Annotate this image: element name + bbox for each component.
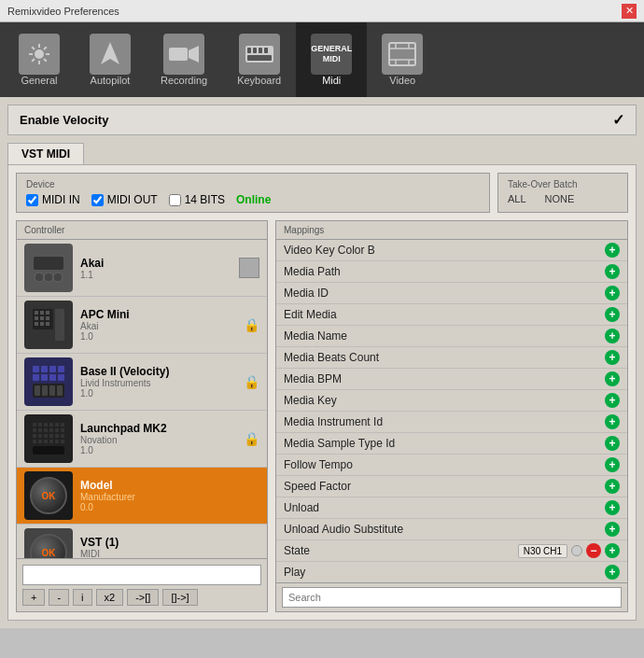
- mapping-name: Media BPM: [284, 372, 605, 385]
- mapping-controls: +: [605, 286, 620, 301]
- mapping-item: Media ID+: [276, 283, 627, 304]
- model-knob: OK: [30, 477, 67, 514]
- bits14-checkbox[interactable]: [169, 194, 181, 206]
- mapping-plus-button[interactable]: +: [605, 371, 620, 386]
- svg-rect-10: [389, 43, 415, 65]
- mapping-plus-button[interactable]: +: [605, 414, 620, 429]
- mapping-item: Unload Audio Substitute+: [276, 519, 627, 540]
- mapping-controls: +: [605, 393, 620, 408]
- mapping-plus-button[interactable]: +: [605, 479, 620, 494]
- mapping-plus-button[interactable]: +: [605, 307, 620, 322]
- mapping-controls: +: [605, 350, 620, 365]
- mapping-item: Speed Factor+: [276, 476, 627, 497]
- import-button[interactable]: []->]: [162, 589, 197, 606]
- controller-item-model[interactable]: OK Model Manufacturer 0.0: [17, 468, 267, 525]
- mapping-controls: +: [605, 414, 620, 429]
- mapping-plus-button[interactable]: +: [605, 286, 620, 301]
- mapping-name: Media ID: [284, 287, 605, 300]
- svg-rect-64: [49, 434, 53, 438]
- toolbar-item-midi[interactable]: GENERALMIDI Midi: [296, 22, 367, 97]
- svg-rect-5: [247, 48, 251, 53]
- svg-rect-61: [33, 434, 36, 438]
- mapping-plus-button[interactable]: +: [605, 350, 620, 365]
- bits14-group: 14 BITS: [169, 193, 225, 206]
- export-button[interactable]: ->[]: [127, 589, 159, 606]
- action-buttons: + - i x2 ->[] []->]: [22, 589, 261, 606]
- controller-item-akai[interactable]: Akai 1.1: [17, 240, 267, 297]
- controller-item-vst1[interactable]: OK VST (1) MIDI 1.2: [17, 525, 267, 558]
- controller-thumb-launchpad: [24, 414, 73, 463]
- toolbar-item-general[interactable]: General: [4, 22, 75, 97]
- midi-in-label: MIDI IN: [42, 193, 80, 206]
- svg-point-0: [35, 49, 44, 59]
- mapping-name: Media Name: [284, 329, 605, 343]
- mapping-item: Video Key Color B+: [276, 240, 627, 261]
- akai-action-box[interactable]: [239, 258, 259, 278]
- controller-thumb-apc: [24, 301, 73, 349]
- takeover-none-button[interactable]: NONE: [545, 193, 575, 204]
- search-bar: [276, 582, 627, 611]
- toolbar-item-autopilot[interactable]: Autopilot: [75, 22, 146, 97]
- svg-marker-3: [189, 46, 199, 63]
- mapping-name: Unload: [284, 501, 605, 514]
- mapping-controls: +: [605, 500, 620, 515]
- svg-rect-67: [33, 440, 36, 443]
- mapping-plus-button[interactable]: +: [605, 243, 620, 258]
- controller-item-apc-mini[interactable]: APC Mini Akai 1.0 🔒: [17, 297, 267, 354]
- device-takeover-row: Device MIDI IN MIDI OUT 14 BITS Online: [16, 173, 628, 213]
- mapping-minus-button[interactable]: −: [586, 543, 601, 558]
- mapping-plus-button[interactable]: +: [605, 329, 620, 343]
- mapping-controls: +: [605, 307, 620, 322]
- mapping-item: StateN30 CH1−+: [276, 540, 627, 562]
- remove-button[interactable]: -: [49, 589, 69, 606]
- mapping-plus-button[interactable]: +: [605, 543, 620, 558]
- midi-in-checkbox[interactable]: [26, 194, 38, 206]
- mapping-item: Play+: [276, 562, 627, 582]
- mapping-plus-button[interactable]: +: [605, 565, 620, 580]
- search-input[interactable]: [282, 587, 622, 608]
- mapping-plus-button[interactable]: +: [605, 457, 620, 472]
- mapping-controls: +: [605, 522, 620, 537]
- x2-button[interactable]: x2: [96, 589, 124, 606]
- mapping-plus-button[interactable]: +: [605, 500, 620, 515]
- svg-rect-38: [58, 366, 64, 372]
- add-button[interactable]: +: [22, 589, 45, 606]
- controller-item-base-ii[interactable]: Base II (Velocity) Livid Instruments 1.0…: [17, 354, 267, 411]
- toolbar-item-video[interactable]: Video: [367, 22, 438, 97]
- svg-rect-71: [55, 440, 59, 443]
- mapping-controls: +: [605, 436, 620, 451]
- mapping-controls: +: [605, 479, 620, 494]
- controller-list[interactable]: Akai 1.1 APC Mini Akai 1.0: [17, 240, 267, 558]
- controller-sub1-base: Livid Instruments: [80, 378, 236, 388]
- svg-rect-7: [259, 48, 262, 53]
- svg-rect-65: [55, 434, 59, 438]
- controller-info-base: Base II (Velocity) Livid Instruments 1.0: [80, 365, 236, 399]
- base-lock-icon: 🔒: [244, 374, 259, 389]
- controller-text-input[interactable]: [22, 565, 261, 585]
- close-button[interactable]: ✕: [622, 4, 637, 19]
- mapping-name: Speed Factor: [284, 480, 605, 493]
- mapping-plus-button[interactable]: +: [605, 264, 620, 279]
- mapping-name: Media Instrument Id: [284, 415, 605, 428]
- svg-rect-68: [38, 440, 42, 443]
- svg-marker-1: [101, 42, 119, 64]
- toolbar-item-recording[interactable]: Recording: [146, 22, 222, 97]
- svg-rect-27: [35, 316, 38, 320]
- midi-out-checkbox[interactable]: [91, 194, 104, 206]
- controller-sub-akai: 1.1: [80, 270, 231, 280]
- mapping-plus-button[interactable]: +: [605, 522, 620, 537]
- mapping-plus-button[interactable]: +: [605, 436, 620, 451]
- takeover-all-button[interactable]: ALL: [508, 193, 526, 204]
- tab-vst-midi[interactable]: VST MIDI: [7, 143, 84, 164]
- controller-panel-header: Controller: [17, 221, 267, 240]
- controller-thumb-model: OK: [24, 471, 73, 520]
- svg-point-20: [44, 273, 53, 282]
- controller-item-launchpad[interactable]: Launchpad MK2 Novation 1.0 🔒: [17, 411, 267, 468]
- toolbar-midi-label: Midi: [322, 75, 341, 86]
- launchpad-lock-icon: 🔒: [244, 431, 259, 446]
- device-controls: MIDI IN MIDI OUT 14 BITS Online: [26, 193, 480, 206]
- mappings-panel-header: Mappings: [276, 221, 627, 240]
- info-button[interactable]: i: [73, 589, 91, 606]
- toolbar-item-keyboard[interactable]: Keyboard: [222, 22, 296, 97]
- mapping-plus-button[interactable]: +: [605, 393, 620, 408]
